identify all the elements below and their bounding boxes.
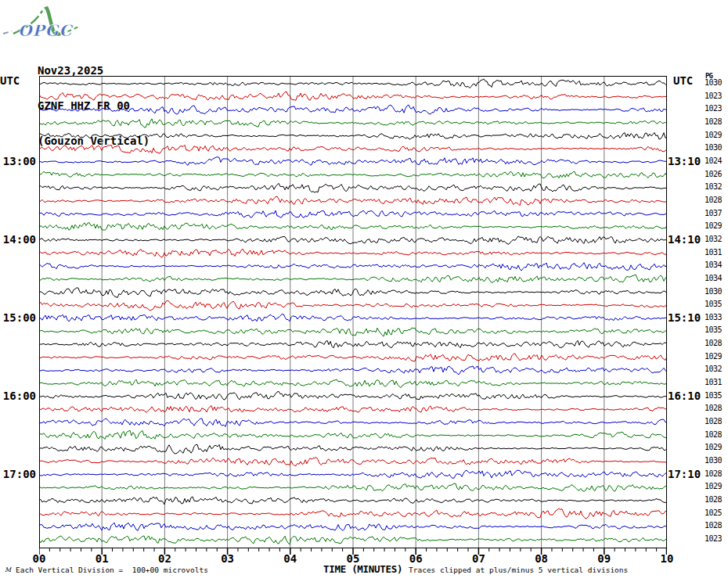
- pg-value: 1028: [705, 339, 722, 347]
- x-tick-label: 09: [591, 552, 618, 565]
- pg-value: 1032: [705, 235, 722, 243]
- logo-left-dash: [3, 31, 12, 34]
- header-date: Nov23,2025: [38, 65, 150, 77]
- hour-label-left: 13:00: [0, 155, 36, 167]
- pg-value: 1024: [705, 156, 722, 165]
- hour-label-right: 14:10: [668, 233, 701, 246]
- x-tick-label: 07: [465, 552, 492, 565]
- pg-value: 1029: [705, 221, 722, 230]
- pg-value: 1033: [705, 313, 722, 322]
- hour-label-left: 17:00: [0, 468, 36, 480]
- pg-value: 1025: [705, 508, 722, 517]
- pg-value: 1030: [705, 287, 722, 296]
- pg-value: 1035: [705, 325, 722, 334]
- hour-label-right: 13:10: [668, 155, 701, 167]
- pg-value: 1030: [705, 78, 722, 87]
- x-tick-label: 08: [528, 552, 555, 565]
- x-axis-label: TIME (MINUTES): [323, 563, 402, 575]
- pg-value: 1023: [705, 534, 722, 543]
- pg-value: 1031: [705, 248, 722, 257]
- pg-value: 1028: [705, 495, 722, 504]
- x-tick-label: 00: [26, 552, 52, 565]
- pg-value: 1029: [705, 482, 722, 490]
- hour-label-left: 14:00: [0, 233, 36, 246]
- pg-value: 1023: [705, 92, 722, 100]
- hour-label-left: 15:00: [0, 311, 36, 324]
- pg-value: 1028: [705, 430, 722, 439]
- pg-value: 1028: [705, 417, 722, 426]
- scale-note: Each Vertical Division = 100+00 microvol…: [16, 566, 208, 574]
- pg-value: 1028: [705, 469, 722, 478]
- left-axis-title: UTC: [0, 74, 20, 87]
- x-tick-label: 01: [88, 552, 115, 565]
- hour-label-left: 16:00: [0, 390, 36, 402]
- clip-note: Traces clipped at plus/minus 5 vertical …: [409, 566, 628, 574]
- minute-gridlines: [102, 77, 604, 548]
- right-axis-title: UTC: [673, 74, 693, 87]
- x-tick-label: 10: [654, 552, 680, 565]
- pg-value: 1029: [705, 443, 722, 451]
- pg-value: 1032: [705, 182, 722, 191]
- opgc-logo: OPGC: [2, 2, 107, 42]
- pg-value: 1028: [705, 404, 722, 412]
- hour-label-right: 17:10: [668, 468, 701, 480]
- pg-value: 1028: [705, 196, 722, 204]
- x-tick-label: 06: [402, 552, 429, 565]
- helicorder-screen: OPGC Nov23,2025 GZNF HHZ FR 00 (Gouzon V…: [0, 0, 728, 582]
- pg-value: 1028: [705, 521, 722, 530]
- corner-mark: M: [5, 566, 11, 573]
- pg-value: 1028: [705, 117, 722, 126]
- pg-value: 1029: [705, 131, 722, 139]
- pg-value: 1031: [705, 378, 722, 386]
- pg-value: 1030: [705, 143, 722, 152]
- seismogram-plot: [39, 76, 667, 558]
- pg-value: 1037: [705, 209, 722, 217]
- pg-value: 1026: [705, 170, 722, 178]
- pg-value: 1023: [705, 104, 722, 113]
- x-tick-label: 04: [277, 552, 304, 565]
- pg-value: 1035: [705, 300, 722, 308]
- hour-label-right: 15:10: [668, 311, 701, 324]
- pg-value: 1030: [705, 456, 722, 465]
- logo-text: OPGC: [18, 21, 74, 40]
- pg-value: 1032: [705, 365, 722, 373]
- pg-value: 1029: [705, 352, 722, 361]
- hour-label-right: 16:10: [668, 390, 701, 402]
- pg-value: 1034: [705, 274, 722, 282]
- x-tick-label: 03: [214, 552, 241, 565]
- x-tick-label: 02: [151, 552, 178, 565]
- pg-value: 1034: [705, 260, 722, 269]
- pg-value: 1035: [705, 391, 722, 400]
